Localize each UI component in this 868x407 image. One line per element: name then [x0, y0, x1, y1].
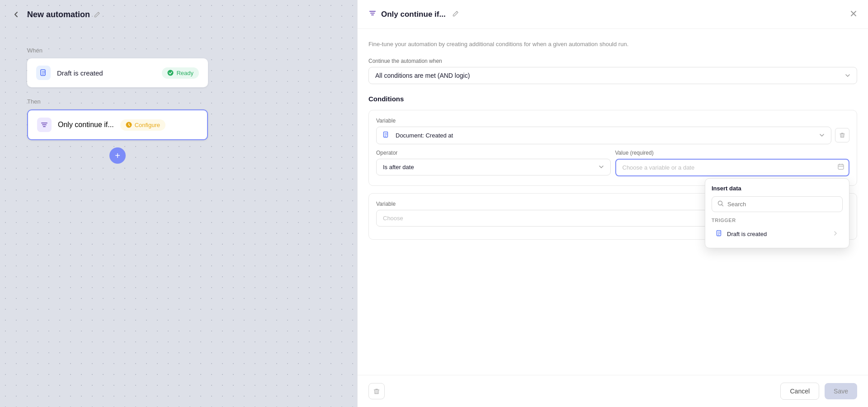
operator-row: Operator Is after date Value (required)	[376, 150, 849, 176]
variable-value-1: Document: Created at	[396, 132, 453, 139]
back-button[interactable]	[9, 7, 24, 22]
operator-select[interactable]: Is after date	[376, 159, 611, 175]
trigger-item[interactable]: Draft is created	[712, 227, 843, 241]
cancel-button[interactable]: Cancel	[780, 383, 819, 400]
condition-block-1: Variable Document: Created at	[368, 110, 857, 186]
value-input[interactable]	[615, 159, 850, 176]
delete-condition-button-1[interactable]	[835, 128, 849, 142]
operator-label: Operator	[376, 150, 611, 156]
value-label: Value (required)	[615, 150, 850, 156]
search-input[interactable]	[727, 201, 837, 208]
canvas-area: When Draft is created Ready	[0, 29, 357, 182]
continue-label: Continue the automation when	[368, 58, 857, 64]
svg-point-1	[168, 70, 174, 76]
condition-row-1: Document: Created at	[376, 127, 849, 144]
add-step-button[interactable]: +	[109, 147, 126, 164]
panel-title: Only continue if...	[381, 10, 446, 19]
filter-icon	[37, 118, 52, 132]
value-input-wrapper	[615, 159, 850, 176]
panel-description: Fine-tune your automation by creating ad…	[368, 40, 857, 49]
page-title: New automation	[27, 10, 90, 19]
search-box	[712, 196, 843, 212]
trigger-label: Draft is created	[57, 69, 156, 77]
variable-select-1[interactable]: Document: Created at	[376, 127, 831, 144]
panel-footer: Cancel Save	[358, 375, 868, 407]
variable-placeholder-2: Choose	[383, 215, 403, 222]
variable-doc-icon	[383, 132, 389, 139]
panel-edit-button[interactable]	[452, 10, 459, 19]
when-section: When Draft is created Ready	[27, 47, 330, 87]
insert-data-title: Insert data	[712, 185, 843, 192]
insert-data-dropdown: Insert data Trigger	[705, 178, 849, 248]
calendar-icon	[838, 164, 844, 171]
trigger-card[interactable]: Draft is created Ready	[27, 58, 208, 87]
operator-value: Is after date	[383, 164, 414, 170]
right-panel: Only continue if... Fine-tune your autom…	[357, 0, 868, 407]
doc-icon	[36, 66, 51, 80]
dropdown-doc-icon	[716, 230, 722, 238]
footer-delete-button[interactable]	[368, 383, 385, 399]
panel-header: Only continue if...	[358, 0, 868, 29]
trigger-item-label: Draft is created	[727, 231, 767, 237]
canvas-panel: New automation When Draft is created	[0, 0, 357, 407]
conditions-title: Conditions	[368, 95, 857, 103]
save-button[interactable]: Save	[825, 383, 857, 399]
when-label: When	[27, 47, 330, 54]
then-section: Then Only continue if... Configure +	[27, 98, 330, 164]
continue-value: All conditions are met (AND logic)	[375, 72, 470, 79]
top-bar: New automation	[0, 0, 357, 29]
panel-filter-icon	[368, 9, 377, 19]
trigger-section-label: Trigger	[712, 218, 843, 223]
configure-badge: Configure	[120, 119, 165, 131]
then-card[interactable]: Only continue if... Configure	[27, 109, 208, 140]
continue-select[interactable]: All conditions are met (AND logic)	[368, 67, 857, 84]
variable-label-1: Variable	[376, 118, 849, 124]
close-panel-button[interactable]	[850, 9, 857, 19]
panel-body: Fine-tune your automation by creating ad…	[358, 29, 868, 375]
then-label: Then	[27, 98, 330, 105]
then-label-text: Only continue if...	[58, 121, 114, 129]
edit-title-button[interactable]	[94, 11, 100, 18]
svg-rect-4	[838, 165, 844, 170]
ready-badge: Ready	[162, 67, 199, 79]
chevron-right-icon	[833, 230, 838, 237]
search-icon	[717, 200, 724, 208]
